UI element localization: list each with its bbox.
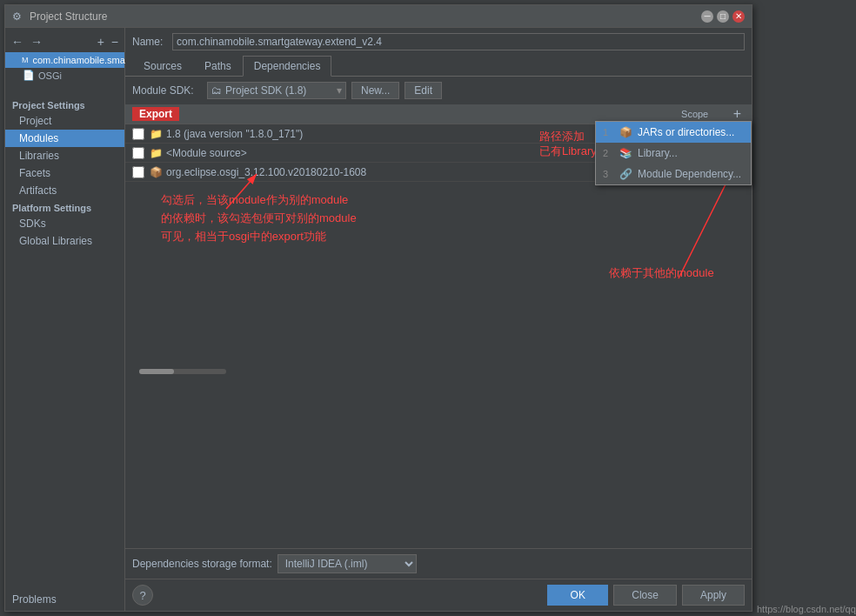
cm-item-module-dep[interactable]: 3 🔗 Module Dependency... bbox=[596, 164, 751, 184]
forward-button[interactable]: → bbox=[28, 36, 45, 48]
name-row: Name: bbox=[125, 28, 752, 56]
cm-icon-jars: 📦 bbox=[619, 125, 632, 139]
platform-settings-section: Platform Settings bbox=[5, 199, 124, 215]
osgi-icon: 📄 bbox=[23, 70, 35, 81]
storage-label: Dependencies storage format: bbox=[132, 558, 272, 570]
scrollbar-thumb[interactable] bbox=[139, 369, 174, 374]
horizontal-scrollbar[interactable] bbox=[139, 369, 226, 374]
scope-header: Scope bbox=[660, 109, 730, 119]
tabs-bar: Sources Paths Dependencies bbox=[125, 56, 752, 77]
sidebar-item-project[interactable]: Project bbox=[5, 112, 124, 130]
cm-item-library[interactable]: 2 📚 Library... bbox=[596, 143, 751, 164]
module-badge: M bbox=[20, 56, 30, 64]
tree-item-module[interactable]: ▶ M com.chinamobile.smart bbox=[5, 52, 124, 68]
name-input[interactable] bbox=[172, 33, 745, 50]
sdk-row: Module SDK: 🗂 Project SDK (1.8) ▾ New...… bbox=[125, 77, 752, 104]
sidebar-item-libraries[interactable]: Libraries bbox=[5, 147, 124, 164]
cm-label-jars: JARs or directories... bbox=[638, 126, 734, 138]
project-structure-dialog: ⚙ Project Structure ─ □ ✕ ← → + − ▶ M bbox=[4, 4, 752, 612]
add-module-button[interactable]: + bbox=[95, 36, 107, 48]
cm-num-1: 1 bbox=[603, 127, 613, 137]
minimize-button[interactable]: ─ bbox=[701, 10, 713, 23]
sdk-folder-icon: 🗂 bbox=[211, 84, 222, 97]
window-controls: ─ □ ✕ bbox=[701, 10, 745, 23]
module-name: com.chinamobile.smart bbox=[33, 55, 131, 65]
cm-num-2: 2 bbox=[603, 148, 613, 158]
sdk-dropdown[interactable]: 🗂 Project SDK (1.8) ▾ bbox=[207, 82, 346, 99]
dep-checkbox-sdk[interactable] bbox=[132, 128, 144, 140]
dep-checkbox-source[interactable] bbox=[132, 147, 144, 159]
sidebar-toolbar: ← → + − bbox=[5, 31, 124, 52]
source-dep-icon: 📁 bbox=[150, 147, 163, 159]
main-content: ← → + − ▶ M com.chinamobile.smart 📄 OSGi bbox=[5, 28, 752, 611]
title-bar: ⚙ Project Structure ─ □ ✕ bbox=[5, 5, 752, 28]
sdk-dep-icon: 📁 bbox=[150, 128, 163, 140]
export-button[interactable]: Export bbox=[132, 107, 179, 121]
right-panel: Name: Sources Paths Dependencies Module … bbox=[125, 28, 752, 611]
window-icon: ⚙ bbox=[12, 10, 24, 23]
watermark: https://blog.csdn.net/qq_34248376 bbox=[757, 604, 856, 614]
storage-select[interactable]: IntelliJ IDEA (.iml) Eclipse (.classpath… bbox=[278, 554, 417, 573]
remove-module-button[interactable]: − bbox=[109, 36, 121, 48]
dialog-buttons: ? OK Close Apply bbox=[125, 579, 752, 611]
sidebar-item-problems[interactable]: Problems bbox=[5, 588, 124, 611]
cm-icon-module-dep: 🔗 bbox=[619, 167, 632, 181]
cm-icon-library: 📚 bbox=[619, 146, 632, 160]
sdk-edit-button[interactable]: Edit bbox=[405, 82, 442, 99]
sidebar-item-facets[interactable]: Facets bbox=[5, 164, 124, 182]
tab-dependencies[interactable]: Dependencies bbox=[243, 56, 332, 77]
sidebar-item-global-libraries[interactable]: Global Libraries bbox=[5, 232, 124, 250]
tab-paths[interactable]: Paths bbox=[193, 56, 243, 77]
close-button[interactable]: Close bbox=[613, 585, 677, 606]
ok-button[interactable]: OK bbox=[547, 585, 608, 606]
sidebar-item-sdks[interactable]: SDKs bbox=[5, 215, 124, 232]
sdk-label: Module SDK: bbox=[132, 84, 202, 97]
project-settings-section: Project Settings bbox=[5, 97, 124, 112]
sdk-arrow-icon: ▾ bbox=[337, 84, 342, 97]
sdk-value: Project SDK (1.8) bbox=[225, 84, 306, 97]
context-menu: 1 📦 JARs or directories... 2 📚 Library..… bbox=[595, 121, 752, 185]
cm-label-library: Library... bbox=[638, 147, 678, 159]
sidebar-item-modules[interactable]: Modules bbox=[5, 130, 124, 147]
maximize-button[interactable]: □ bbox=[717, 10, 729, 23]
storage-format-row: Dependencies storage format: IntelliJ ID… bbox=[125, 548, 752, 579]
sidebar: ← → + − ▶ M com.chinamobile.smart 📄 OSGi bbox=[5, 28, 125, 611]
add-dependency-button[interactable]: + bbox=[730, 106, 745, 122]
cm-item-jars[interactable]: 1 📦 JARs or directories... bbox=[596, 122, 751, 143]
osgi-dep-icon: 📦 bbox=[150, 166, 163, 178]
help-button[interactable]: ? bbox=[132, 585, 153, 606]
tree-item-osgi[interactable]: 📄 OSGi bbox=[5, 68, 124, 83]
window-title: Project Structure bbox=[30, 10, 701, 23]
dep-checkbox-osgi[interactable] bbox=[132, 166, 144, 178]
deps-list: 📁 1.8 (java version "1.8.0_171") 📁 <Modu… bbox=[125, 124, 752, 548]
apply-button[interactable]: Apply bbox=[682, 585, 745, 606]
name-label: Name: bbox=[132, 36, 167, 48]
sdk-new-button[interactable]: New... bbox=[351, 82, 399, 99]
cm-num-3: 3 bbox=[603, 169, 613, 179]
sidebar-item-artifacts[interactable]: Artifacts bbox=[5, 182, 124, 199]
back-button[interactable]: ← bbox=[9, 36, 26, 48]
cm-label-module-dep: Module Dependency... bbox=[638, 168, 741, 180]
osgi-label: OSGi bbox=[38, 70, 62, 81]
close-window-button[interactable]: ✕ bbox=[732, 10, 745, 23]
tab-sources[interactable]: Sources bbox=[132, 56, 193, 77]
module-tree: ▶ M com.chinamobile.smart 📄 OSGi bbox=[5, 52, 124, 83]
